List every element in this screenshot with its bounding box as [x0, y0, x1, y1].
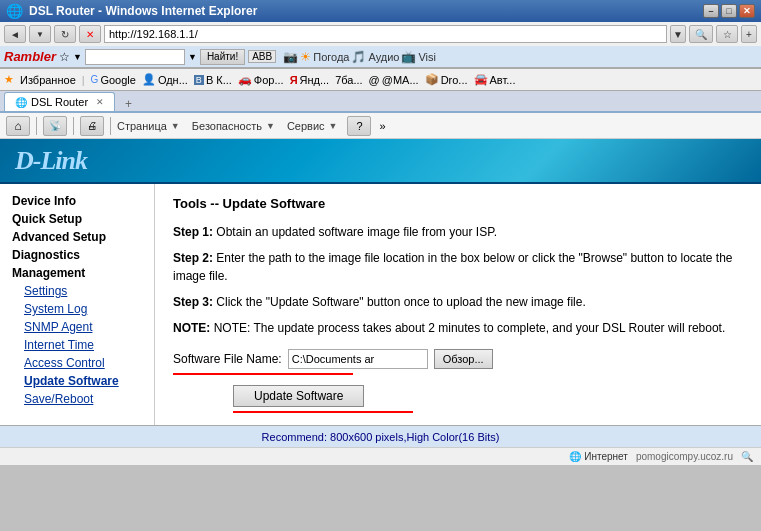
abb-button[interactable]: ABB [248, 50, 276, 63]
favorites-label[interactable]: Избранное [20, 74, 76, 86]
security-menu[interactable]: Безопасность [192, 120, 262, 132]
fav-dro[interactable]: 📦 Dro... [425, 73, 468, 86]
title-bar: 🌐 DSL Router - Windows Internet Explorer… [0, 0, 761, 22]
tab-dsl-router[interactable]: 🌐 DSL Router ✕ [4, 92, 115, 111]
fav-ma[interactable]: @@МА... [369, 74, 419, 86]
ie-toolbar: ◄ ▼ ↻ ✕ ▼ 🔍 ☆ + Rambler ☆ ▼ ▼ Найти! ABB… [0, 22, 761, 69]
camera-icon: 📷 [283, 50, 298, 64]
step3-label: Step 3: [173, 295, 213, 309]
refresh-button[interactable]: ↻ [54, 25, 76, 43]
sidebar-item-internet-time[interactable]: Internet Time [0, 336, 154, 354]
browse-button[interactable]: Обзор... [434, 349, 493, 369]
sidebar-item-update-software[interactable]: Update Software [0, 372, 154, 390]
new-tab-button[interactable]: + [119, 97, 138, 111]
extend-icon[interactable]: » [379, 120, 385, 132]
favorites-bar: ★ Избранное | G Google 👤 Одн... B В К...… [0, 69, 761, 91]
file-underline [173, 373, 353, 375]
page-dropdown-icon[interactable]: ▼ [171, 121, 180, 131]
weather-label[interactable]: Погода [313, 51, 349, 63]
stop-button[interactable]: ✕ [79, 25, 101, 43]
sidebar-item-management[interactable]: Management [0, 264, 154, 282]
sidebar-item-system-log[interactable]: System Log [0, 300, 154, 318]
help-button[interactable]: ? [347, 116, 371, 136]
rambler-search-bar: Rambler ☆ ▼ ▼ Найти! ABB 📷 ☀ Погода 🎵 Ау… [0, 46, 761, 68]
go-button[interactable]: ▼ [670, 25, 686, 43]
file-input[interactable] [288, 349, 428, 369]
audio-label[interactable]: Аудио [368, 51, 399, 63]
sidebar: Device Info Quick Setup Advanced Setup D… [0, 184, 155, 425]
ok-icon: 👤 [142, 73, 156, 86]
internet-icon: 🌐 [569, 451, 581, 462]
page-content: Tools -- Update Software Step 1: Obtain … [155, 184, 761, 425]
search-button[interactable]: 🔍 [689, 25, 713, 43]
fav-forum[interactable]: 🚗 Фор... [238, 73, 284, 86]
step2-text: Step 2: Enter the path to the image file… [173, 249, 743, 285]
rambler-search-button[interactable]: Найти! [200, 49, 245, 65]
step3-text: Step 3: Click the "Update Software" butt… [173, 293, 743, 311]
service-dropdown-icon[interactable]: ▼ [329, 121, 338, 131]
tab-close-icon[interactable]: ✕ [96, 97, 104, 107]
page-menu[interactable]: Страница [117, 120, 167, 132]
dlink-logo: D-Link [15, 146, 87, 176]
site-label: pomogicompy.ucoz.ru [636, 451, 733, 462]
fav-avt[interactable]: 🚘 Авт... [474, 73, 516, 86]
fav-7ba[interactable]: 7ба... [335, 74, 362, 86]
file-label: Software File Name: [173, 352, 282, 366]
rambler-star-icon: ☆ [59, 50, 70, 64]
sidebar-item-settings[interactable]: Settings [0, 282, 154, 300]
security-dropdown-icon[interactable]: ▼ [266, 121, 275, 131]
sidebar-item-device-info[interactable]: Device Info [0, 192, 154, 210]
tab-favicon: 🌐 [15, 97, 27, 108]
address-input[interactable] [104, 25, 667, 43]
router-content: Device Info Quick Setup Advanced Setup D… [0, 184, 761, 425]
sidebar-item-diagnostics[interactable]: Diagnostics [0, 246, 154, 264]
close-button[interactable]: ✕ [739, 4, 755, 18]
window-title: DSL Router - Windows Internet Explorer [29, 4, 257, 18]
ie-status-right: 🌐 Интернет pomogicompy.ucoz.ru 🔍 [569, 451, 753, 462]
audio-icon: 🎵 [351, 50, 366, 64]
rambler-logo: Rambler [4, 49, 56, 64]
window-controls[interactable]: – □ ✕ [703, 4, 755, 18]
fav-google[interactable]: G Google [91, 74, 136, 86]
sidebar-item-save-reboot[interactable]: Save/Reboot [0, 390, 154, 408]
rambler-search-input[interactable] [85, 49, 185, 65]
sidebar-item-snmp-agent[interactable]: SNMP Agent [0, 318, 154, 336]
service-menu[interactable]: Сервис [287, 120, 325, 132]
ie-logo-icon: 🌐 [6, 3, 23, 19]
fav-separator: | [82, 74, 85, 86]
fav-yandex[interactable]: Я Янд... [290, 74, 330, 86]
print-button[interactable]: 🖨 [80, 116, 104, 136]
maximize-button[interactable]: □ [721, 4, 737, 18]
zone-label: Интернет [584, 451, 628, 462]
update-software-button[interactable]: Update Software [233, 385, 364, 407]
favorites-star[interactable]: ☆ [716, 25, 738, 43]
sidebar-item-access-control[interactable]: Access Control [0, 354, 154, 372]
visi-icon: 📺 [401, 50, 416, 64]
forum-icon: 🚗 [238, 73, 252, 86]
forward-button[interactable]: ▼ [29, 25, 51, 43]
update-underline [233, 411, 413, 413]
fav-vk[interactable]: B В К... [194, 74, 232, 86]
zone-indicator: 🌐 Интернет [569, 451, 628, 462]
rambler-dropdown-icon[interactable]: ▼ [73, 52, 82, 62]
search-dropdown-icon[interactable]: ▼ [188, 52, 197, 62]
fav-odnoklassniki[interactable]: 👤 Одн... [142, 73, 188, 86]
step1-label: Step 1: [173, 225, 213, 239]
back-button[interactable]: ◄ [4, 25, 26, 43]
vk-icon: B [194, 75, 204, 85]
sidebar-item-advanced-setup[interactable]: Advanced Setup [0, 228, 154, 246]
ie-nav-bar: ⌂ 📡 🖨 Страница ▼ Безопасность ▼ Сервис ▼… [0, 113, 761, 139]
note-label: NOTE: [173, 321, 210, 335]
rss-feed-button[interactable]: 📡 [43, 116, 67, 136]
weather-icon: ☀ [300, 50, 311, 64]
ie-status-bar: 🌐 Интернет pomogicompy.ucoz.ru 🔍 [0, 447, 761, 465]
minimize-button[interactable]: – [703, 4, 719, 18]
step2-label: Step 2: [173, 251, 213, 265]
sidebar-item-quick-setup[interactable]: Quick Setup [0, 210, 154, 228]
file-form-row: Software File Name: Обзор... [173, 349, 743, 369]
add-tab-button[interactable]: + [741, 25, 757, 43]
dlink-header: D-Link [0, 139, 761, 184]
separator3 [110, 117, 111, 135]
visi-label[interactable]: Visi [418, 51, 436, 63]
home-button[interactable]: ⌂ [6, 116, 30, 136]
